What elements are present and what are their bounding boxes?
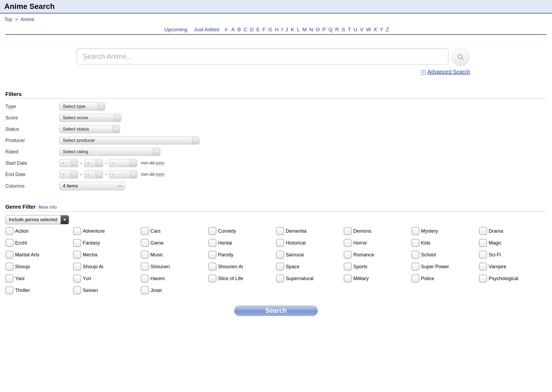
genre-checkbox[interactable] <box>479 239 487 247</box>
type-select[interactable]: Select type <box>59 102 105 111</box>
genre-checkbox[interactable] <box>344 274 352 283</box>
genre-checkbox[interactable] <box>411 274 419 283</box>
genre-more-info[interactable]: More Info <box>39 205 57 209</box>
genre-checkbox[interactable] <box>208 263 216 271</box>
genre-checkbox[interactable] <box>73 227 81 235</box>
genre-checkbox[interactable] <box>276 251 284 259</box>
genre-checkbox[interactable] <box>141 251 149 259</box>
start-year-select[interactable]: - <box>109 159 137 167</box>
alpha-letter[interactable]: K <box>291 27 294 33</box>
genre-checkbox[interactable] <box>141 227 149 235</box>
genre-checkbox[interactable] <box>276 227 284 235</box>
genre-checkbox[interactable] <box>73 286 81 294</box>
genre-checkbox[interactable] <box>479 274 487 283</box>
genre-checkbox[interactable] <box>73 274 81 283</box>
alpha-letter[interactable]: X <box>374 27 377 33</box>
alpha-letter[interactable]: U <box>354 27 357 33</box>
start-day-select[interactable]: - <box>84 159 103 167</box>
genre-checkbox[interactable] <box>411 263 419 271</box>
genre-label: Space <box>286 264 299 270</box>
alpha-letter[interactable]: E <box>256 27 260 33</box>
rated-select[interactable]: Select rating <box>59 148 160 156</box>
alpha-letter[interactable]: F <box>263 27 266 33</box>
genre-checkbox[interactable] <box>208 239 216 247</box>
breadcrumb-current[interactable]: Anime <box>21 17 34 22</box>
alpha-letter[interactable]: M <box>302 27 307 33</box>
alpha-letter[interactable]: T <box>348 27 351 33</box>
genre-checkbox[interactable] <box>344 251 352 259</box>
alpha-hash[interactable]: # <box>225 27 227 33</box>
genre-checkbox[interactable] <box>344 227 352 235</box>
alpha-just-added[interactable]: Just Added <box>194 27 219 33</box>
genre-checkbox[interactable] <box>5 239 13 247</box>
genre-checkbox[interactable] <box>5 227 13 235</box>
alpha-letter[interactable]: V <box>360 27 364 33</box>
search-button[interactable] <box>452 48 470 66</box>
alpha-upcoming[interactable]: Upcoming <box>164 27 188 33</box>
score-select[interactable]: Select score <box>59 114 121 122</box>
genre-checkbox[interactable] <box>276 274 284 283</box>
advanced-search-link[interactable]: Advanced Search <box>427 69 470 75</box>
alpha-letter[interactable]: Q <box>329 27 333 33</box>
genre-checkbox[interactable] <box>344 239 352 247</box>
genre-checkbox[interactable] <box>73 263 81 271</box>
genre-checkbox[interactable] <box>5 274 13 283</box>
alpha-letter[interactable]: J <box>285 27 288 33</box>
genre-checkbox[interactable] <box>73 251 81 259</box>
alpha-letter[interactable]: P <box>322 27 326 33</box>
alpha-nav: Upcoming Just Added # ABCDEFGHIJKLMNOPQR… <box>5 25 547 35</box>
alpha-letter[interactable]: R <box>335 27 339 33</box>
genre-checkbox[interactable] <box>141 274 149 283</box>
alpha-letter[interactable]: O <box>316 27 320 33</box>
rated-label: Rated <box>5 149 59 155</box>
alpha-letter[interactable]: S <box>342 27 345 33</box>
genre-checkbox[interactable] <box>479 251 487 259</box>
alpha-letter[interactable]: I <box>281 27 283 33</box>
genre-checkbox[interactable] <box>5 251 13 259</box>
alpha-letter[interactable]: L <box>297 27 300 33</box>
end-year-select[interactable]: - <box>109 170 137 178</box>
genre-mode-select[interactable]: Include genres selected <box>5 215 69 224</box>
alpha-letter[interactable]: Z <box>386 27 389 33</box>
alpha-letter[interactable]: H <box>275 27 279 33</box>
start-month-select[interactable]: - <box>59 159 78 167</box>
alpha-letter[interactable]: N <box>309 27 313 33</box>
genre-checkbox[interactable] <box>73 239 81 247</box>
producer-select[interactable]: Select producer <box>59 136 199 145</box>
genre-checkbox[interactable] <box>141 263 149 271</box>
genre-checkbox[interactable] <box>276 263 284 271</box>
genre-checkbox[interactable] <box>411 227 419 235</box>
genre-item: Parody <box>208 251 276 259</box>
alpha-letter[interactable]: W <box>366 27 371 33</box>
genre-checkbox[interactable] <box>5 263 13 271</box>
genre-checkbox[interactable] <box>344 263 352 271</box>
genre-checkbox[interactable] <box>141 239 149 247</box>
alpha-letter[interactable]: D <box>250 27 254 33</box>
alpha-letter[interactable]: Y <box>380 27 383 33</box>
alpha-letter[interactable]: C <box>244 27 247 33</box>
alpha-letter[interactable]: G <box>268 27 272 33</box>
breadcrumb-sep: > <box>15 17 18 22</box>
genre-item: Samurai <box>276 251 344 259</box>
columns-select[interactable]: 4 Items ••• <box>59 182 125 190</box>
genre-checkbox[interactable] <box>5 286 13 294</box>
genre-grid: ActionAdventureCarsComedyDementiaDemonsM… <box>5 227 547 294</box>
genre-checkbox[interactable] <box>479 227 487 235</box>
genre-item: Sports <box>344 263 411 271</box>
end-day-select[interactable]: - <box>84 170 103 178</box>
genre-checkbox[interactable] <box>479 263 487 271</box>
genre-checkbox[interactable] <box>208 251 216 259</box>
genre-checkbox[interactable] <box>208 227 216 235</box>
search-submit-button[interactable]: Search <box>234 305 318 316</box>
genre-checkbox[interactable] <box>141 286 149 294</box>
search-input[interactable] <box>77 48 448 64</box>
breadcrumb-top[interactable]: Top <box>4 17 12 22</box>
status-select[interactable]: Select status <box>59 125 120 133</box>
alpha-letter[interactable]: A <box>231 27 235 33</box>
genre-checkbox[interactable] <box>208 274 216 283</box>
alpha-letter[interactable]: B <box>237 27 241 33</box>
genre-checkbox[interactable] <box>276 239 284 247</box>
genre-checkbox[interactable] <box>411 239 419 247</box>
end-month-select[interactable]: - <box>59 170 78 178</box>
genre-checkbox[interactable] <box>411 251 419 259</box>
